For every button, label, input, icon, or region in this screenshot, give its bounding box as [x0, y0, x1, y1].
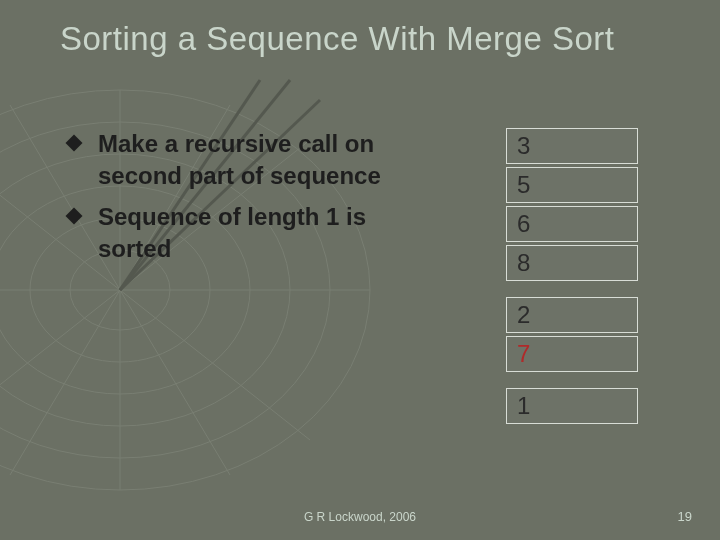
- table-cell-highlight: 7: [506, 336, 638, 372]
- bullet-text: Make a recursive call on second part of …: [98, 128, 418, 193]
- slide: Sorting a Sequence With Merge Sort Make …: [0, 0, 720, 540]
- bullet-marker-icon: [66, 135, 83, 152]
- slide-title: Sorting a Sequence With Merge Sort: [60, 20, 690, 58]
- table-cell: 1: [506, 388, 638, 424]
- bullet-item: Make a recursive call on second part of …: [68, 128, 418, 193]
- sequence-table: 3 5 6 8 2 7 1: [506, 128, 638, 427]
- bullet-marker-icon: [66, 207, 83, 224]
- table-cell: 3: [506, 128, 638, 164]
- table-cell: 6: [506, 206, 638, 242]
- page-number: 19: [678, 509, 692, 524]
- table-cell: 5: [506, 167, 638, 203]
- table-cell: 2: [506, 297, 638, 333]
- bullet-text: Sequence of length 1 is sorted: [98, 201, 418, 266]
- table-cell: 8: [506, 245, 638, 281]
- footer-credit: G R Lockwood, 2006: [0, 510, 720, 524]
- bullet-list: Make a recursive call on second part of …: [68, 128, 418, 274]
- bullet-item: Sequence of length 1 is sorted: [68, 201, 418, 266]
